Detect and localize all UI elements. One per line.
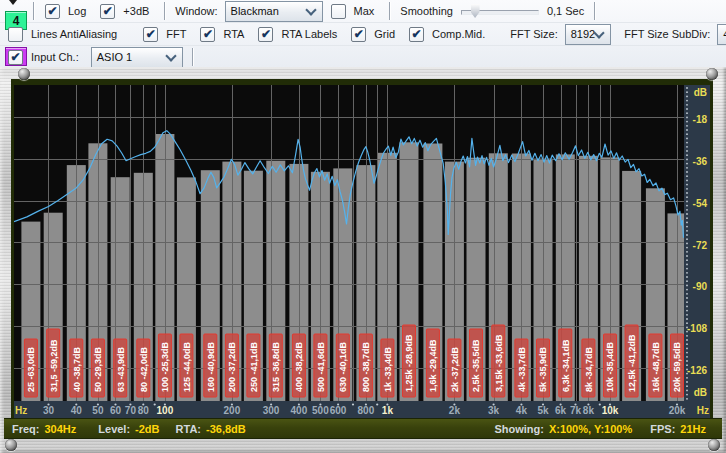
- freq-tick-label: 60: [110, 405, 122, 416]
- axis-tick-dot: [686, 100, 688, 102]
- axis-tick-dot: [686, 306, 688, 308]
- freq-tick-label: 50: [92, 405, 104, 416]
- freq-tick-label: 4k: [516, 405, 528, 416]
- db-tick-label: -54: [693, 198, 708, 209]
- bar-label: 200 -37,2dB: [225, 334, 238, 397]
- bar-label: 1k -33,4dB: [381, 339, 394, 397]
- freq-tick-label: 2k: [449, 405, 461, 416]
- input-channel-select[interactable]: ASIO 1: [91, 47, 183, 68]
- axis-tick-dot: [686, 259, 688, 261]
- axis-tick-dot: [686, 205, 688, 207]
- bar-label: 12,5k -41,2dB: [625, 325, 638, 397]
- axis-tick-dot: [686, 192, 688, 194]
- axis-tick-dot: [686, 222, 688, 224]
- axis-tick-dot: [686, 381, 688, 383]
- axis-tick-dot: [686, 96, 688, 98]
- channel-3-dropdown[interactable]: [6, 0, 20, 11]
- bar-label: 50 -29,3dB: [91, 339, 104, 397]
- axis-tick-dot: [686, 196, 688, 198]
- lines-antialiasing-checkbox[interactable]: ✔ Lines AntiAliasing: [8, 27, 121, 42]
- level-value: -2dB: [135, 423, 159, 435]
- axis-tick-dot: [352, 403, 354, 405]
- axis-tick-dot: [686, 385, 688, 387]
- log-checkbox[interactable]: ✔ Log: [45, 4, 90, 19]
- axis-tick-dot: [686, 251, 688, 253]
- bar-label: 500 -41,6dB: [314, 334, 327, 397]
- axis-tick-dot: [686, 146, 688, 148]
- plus3db-checkbox[interactable]: ✔ +3dB: [100, 4, 153, 19]
- axis-tick-dot: [686, 108, 688, 110]
- freq-tick-label: 100: [157, 405, 174, 416]
- showing-label: Showing:: [494, 423, 544, 435]
- slider-thumb[interactable]: [471, 4, 480, 18]
- window-select[interactable]: Blackman: [225, 1, 323, 22]
- bar-label-text: 50 -29,3dB: [93, 346, 103, 392]
- axis-tick-dot: [154, 403, 156, 405]
- bar-label: 1,6k -29,4dB: [426, 329, 439, 397]
- max-checkbox[interactable]: ✔ Max: [331, 4, 379, 19]
- freq-tick-label: 20k: [669, 405, 686, 416]
- rta-value: -36,8dB: [206, 423, 246, 435]
- axis-tick-dot: [686, 104, 688, 106]
- axis-tick-dot: [686, 293, 688, 295]
- freq-axis: 3040506070801002003004005006008001k2k3k4…: [15, 403, 709, 416]
- axis-tick-dot: [686, 398, 688, 400]
- axis-tick-dot: [686, 121, 688, 123]
- bar-label-text: 4k -33,7dB: [517, 346, 527, 392]
- axis-tick-dot: [686, 356, 688, 358]
- smoothing-slider[interactable]: [461, 3, 539, 19]
- axis-tick-dot: [686, 335, 688, 337]
- axis-tick-dot: [686, 133, 688, 135]
- freq-value: 304Hz: [45, 423, 77, 435]
- input-channel-checkbox[interactable]: ✔ Input Ch.:: [8, 50, 83, 65]
- axis-tick-dot: [686, 159, 688, 161]
- grid-checkbox[interactable]: ✔ Grid: [351, 27, 399, 42]
- window-value: Blackman: [231, 5, 279, 17]
- axis-tick-dot: [686, 234, 688, 236]
- axis-tick-dot: [686, 213, 688, 215]
- fft-size-select[interactable]: 8192: [565, 24, 611, 45]
- rta-labels-checkbox[interactable]: ✔ RTA Labels: [258, 27, 341, 42]
- bar-label-text: 100 -25,3dB: [160, 341, 170, 392]
- toolbar-row-2: ✔ Lines AntiAliasing ✔ FFT ✔ RTA ✔ RTA L…: [0, 23, 726, 46]
- freq-label: Freq:: [12, 423, 40, 435]
- axis-tick-dot: [686, 243, 688, 245]
- bar-label: 40 -38,7dB: [70, 339, 83, 397]
- axis-tick-dot: [686, 301, 688, 303]
- bar-label-text: 250 -41,1dB: [249, 341, 259, 392]
- axis-tick-dot: [376, 403, 378, 405]
- bar-label-text: 2k -37,2dB: [450, 346, 460, 392]
- max-label: Max: [354, 5, 375, 17]
- triangle-down-icon: [9, 0, 17, 5]
- checkbox-icon: ✔: [409, 27, 424, 42]
- axis-tick-dot: [686, 188, 688, 190]
- axis-tick-dot: [686, 289, 688, 291]
- bar-label: 4k -33,7dB: [515, 339, 528, 397]
- window-label: Window:: [175, 5, 217, 17]
- comp-mid-checkbox[interactable]: ✔ Comp.Mid.: [409, 27, 489, 42]
- separator: [389, 2, 390, 20]
- plus3db-label: +3dB: [123, 5, 149, 17]
- freq-tick-label: 40: [71, 405, 83, 416]
- rta-checkbox[interactable]: ✔ RTA: [200, 27, 248, 42]
- freq-tick-label: 8k: [583, 405, 595, 416]
- axis-tick-dot: [686, 117, 688, 119]
- bar-label-text: 125 -44,0dB: [182, 341, 192, 392]
- axis-tick-dot: [686, 247, 688, 249]
- separator: [164, 2, 165, 20]
- fft-subdiv-select[interactable]: 4: [717, 24, 726, 45]
- toolbar-row-1: 123456 ✔ Log ✔ +3dB Window: Blackman ✔ M…: [0, 0, 726, 23]
- axis-tick-dot: [686, 175, 688, 177]
- freq-tick-label: 70: [125, 405, 137, 416]
- checkbox-icon: ✔: [8, 27, 23, 42]
- rta-label: RTA:: [176, 423, 201, 435]
- axis-tick-dot: [686, 209, 688, 211]
- bar-label-text: 2,5k -35,5dB: [471, 339, 481, 392]
- axis-tick-dot: [686, 255, 688, 257]
- fft-checkbox[interactable]: ✔ FFT: [143, 27, 190, 42]
- axis-tick-dot: [686, 230, 688, 232]
- bar-label: 100 -25,3dB: [158, 334, 171, 397]
- axis-tick-dot: [686, 280, 688, 282]
- axis-tick-dot: [686, 268, 688, 270]
- axis-tick-dot: [686, 150, 688, 152]
